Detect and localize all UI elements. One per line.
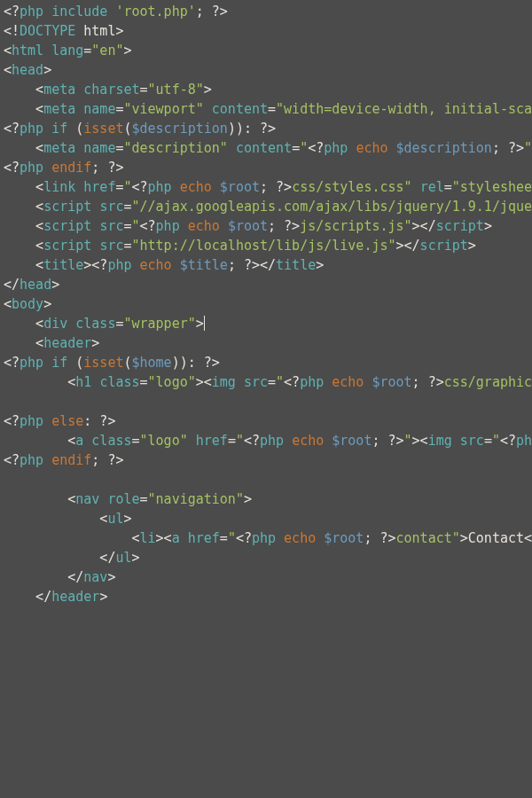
code-line[interactable]: <div class="wrapper">: [4, 316, 205, 332]
code-token: ; ?>: [492, 140, 524, 156]
code-line[interactable]: <html lang="en">: [4, 43, 132, 59]
code-token: ": [404, 433, 412, 449]
code-token: $description: [132, 121, 228, 137]
code-line[interactable]: <head>: [4, 62, 51, 78]
code-token: link: [43, 179, 75, 195]
code-token: >: [484, 218, 492, 234]
code-token: echo: [180, 179, 212, 195]
code-token: content: [236, 140, 292, 156]
code-token: isset: [83, 121, 123, 137]
code-token: "wrapper": [123, 316, 195, 332]
code-token: ": [123, 179, 131, 195]
code-token: src: [244, 374, 268, 390]
code-line[interactable]: <nav role="navigation">: [4, 491, 252, 507]
code-token: ></: [396, 238, 420, 254]
code-token: ": [492, 433, 500, 449]
code-line[interactable]: <script src="<?php echo $root; ?>js/scri…: [4, 218, 492, 234]
code-token: [452, 433, 460, 449]
code-token: php: [20, 355, 43, 371]
code-token: >: [244, 491, 252, 507]
code-line[interactable]: </ul>: [4, 550, 140, 566]
code-line[interactable]: <title><?php echo $title; ?></title>: [4, 257, 324, 273]
code-token: css/graphic: [444, 374, 532, 390]
code-token: css/styles.css": [292, 179, 411, 195]
code-token: header: [51, 589, 99, 605]
code-token: (: [67, 355, 83, 371]
code-line[interactable]: <?php endif; ?>: [4, 452, 123, 468]
code-token: >: [123, 511, 131, 527]
code-token: <: [4, 179, 43, 195]
code-token: (: [123, 355, 131, 371]
code-token: ><?: [83, 257, 107, 273]
code-token: src: [99, 199, 123, 215]
code-token: =: [484, 433, 492, 449]
code-token: charset: [83, 82, 139, 98]
code-token: "http://localhost/lib/js/live.js": [132, 238, 396, 254]
code-content[interactable]: <?php include 'root.php'; ?> <!DOCTYPE h…: [4, 4, 532, 605]
code-line[interactable]: <?php if (isset($home)): ?>: [4, 355, 220, 371]
code-token: <?: [4, 4, 20, 20]
code-token: $root: [228, 218, 268, 234]
code-token: ><: [412, 433, 428, 449]
code-token: =: [228, 433, 236, 449]
code-line[interactable]: <a class="logo" href="<?php echo $root; …: [4, 433, 532, 449]
code-line[interactable]: <ul>: [4, 511, 132, 527]
code-token: =: [220, 530, 228, 546]
code-token: =: [140, 82, 148, 98]
code-token: title: [276, 257, 316, 273]
code-token: 'root.php': [115, 4, 195, 20]
code-token: =: [444, 179, 452, 195]
code-token: name: [83, 140, 115, 156]
code-line[interactable]: </nav>: [4, 569, 115, 585]
code-token: : ?>: [83, 413, 115, 429]
code-token: >: [468, 238, 476, 254]
code-line[interactable]: <?php endif; ?>: [4, 160, 123, 176]
code-token: "width=device-width, initial-sca: [276, 101, 532, 117]
code-line[interactable]: <script src="//ajax.googleapis.com/ajax/…: [4, 199, 532, 215]
code-token: src: [99, 238, 123, 254]
code-token: <?: [132, 179, 148, 195]
code-token: href: [188, 530, 220, 546]
code-token: ; ?>: [268, 218, 300, 234]
code-line[interactable]: <link href="<?php echo $root; ?>css/styl…: [4, 179, 532, 195]
code-token: rel: [420, 179, 444, 195]
code-line[interactable]: <?php else: ?>: [4, 413, 115, 429]
code-token: php: [20, 4, 43, 20]
code-token: [284, 433, 292, 449]
code-line[interactable]: <meta name="description" content="<?php …: [4, 140, 532, 156]
code-token: echo: [332, 374, 364, 390]
code-line[interactable]: <?php if (isset($description)): ?>: [4, 121, 276, 137]
code-line[interactable]: <!DOCTYPE html>: [4, 23, 123, 39]
code-line[interactable]: <h1 class="logo"><img src="<?php echo $r…: [4, 374, 532, 390]
code-token: <?: [4, 413, 20, 429]
code-token: )): ?>: [228, 121, 276, 137]
code-token: "viewport": [123, 101, 203, 117]
code-token: script: [420, 238, 468, 254]
code-token: <: [4, 316, 43, 332]
code-line[interactable]: <body>: [4, 296, 51, 312]
code-token: [204, 101, 212, 117]
code-line[interactable]: </header>: [4, 589, 107, 605]
code-line[interactable]: <meta name="viewport" content="width=dev…: [4, 101, 532, 117]
code-line[interactable]: <li><a href="<?php echo $root; ?>contact…: [4, 530, 532, 546]
code-token: <: [4, 530, 140, 546]
code-token: php: [20, 160, 43, 176]
code-token: $root: [324, 530, 364, 546]
code-token: ul: [115, 550, 131, 566]
code-line[interactable]: <?php include 'root.php'; ?>: [4, 4, 228, 20]
code-token: class: [99, 374, 139, 390]
code-token: [43, 452, 51, 468]
code-line[interactable]: </head>: [4, 277, 59, 293]
code-token: <?: [244, 433, 260, 449]
code-editor-viewport[interactable]: <?php include 'root.php'; ?> <!DOCTYPE h…: [0, 0, 532, 608]
code-token: img: [212, 374, 236, 390]
code-token: php: [20, 121, 43, 137]
code-token: [388, 140, 396, 156]
code-line[interactable]: <header>: [4, 335, 99, 351]
code-line[interactable]: <script src="http://localhost/lib/js/liv…: [4, 238, 476, 254]
code-token: <: [4, 257, 43, 273]
code-token: [324, 374, 332, 390]
code-token: "logo": [140, 433, 188, 449]
code-line[interactable]: <meta charset="utf-8">: [4, 82, 212, 98]
code-token: [75, 82, 83, 98]
